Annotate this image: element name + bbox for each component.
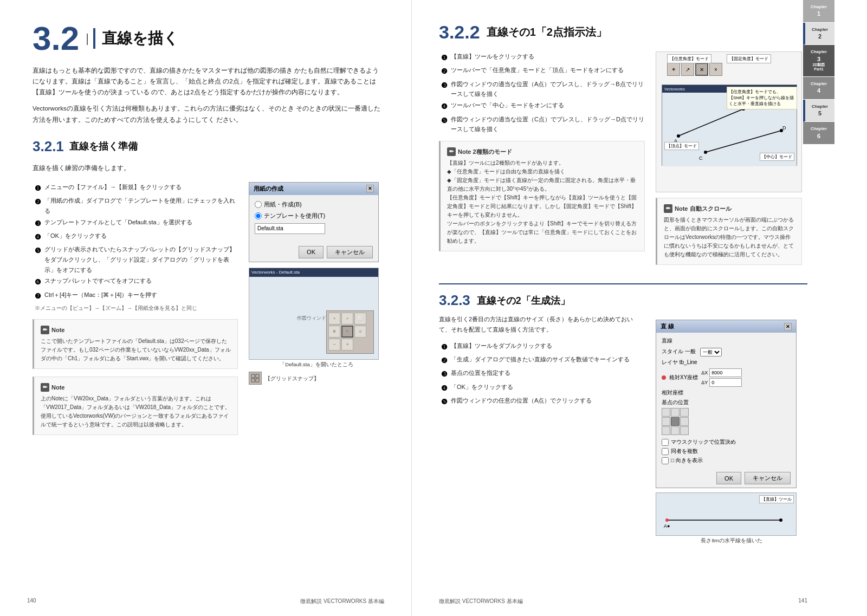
radio-label-2[interactable]: テンプレートを使用(T) [255, 212, 325, 220]
step-6: ❻ スナップパレットですべてをオフにする [35, 276, 238, 288]
chapter-tab-4[interactable]: Chapter 4 [803, 77, 834, 100]
checkbox-show-input[interactable] [662, 457, 669, 464]
radio-template[interactable] [255, 212, 262, 219]
template-filename-input[interactable] [255, 223, 325, 234]
tool-btn-2[interactable]: ↗ [341, 313, 353, 325]
bp-tr[interactable] [680, 408, 689, 417]
toolbar-diagram: ＋ ↗ ✕ × 【固定角度】モード 【任意角度】モード Vectorworks [656, 51, 802, 192]
tool-row-1: ＋ ↗ ⬜ [328, 313, 372, 325]
svg-line-4 [678, 109, 743, 136]
dy-input[interactable] [709, 378, 742, 387]
section-323-intro: 直線を引く2番目の方法は直線のサイズ（長さ）をあらかじめ決めておいて、それを配置… [439, 314, 645, 335]
checkbox-mouse: マウスクリックで位置決め [662, 438, 791, 446]
caption-1: 「Default.sta」を開いたところ [249, 361, 384, 368]
note-box-1: ✏ Note ここで開いたテンプレートファイルの「Default.sta」は03… [33, 319, 238, 369]
chapter-tab-2[interactable]: Chapter 2 [803, 23, 834, 46]
svg-rect-3 [256, 379, 259, 382]
svg-point-5 [677, 134, 680, 138]
line-dialog-footer: OK キャンセル [656, 469, 796, 488]
svg-point-15 [665, 518, 669, 522]
ok-button[interactable]: OK [299, 246, 323, 258]
chapter-tabs: Chapter 1 Chapter 2 Chapter 3 2D製図Part1 … [803, 0, 834, 145]
note-autoscroll-text: 図形を描くときマウスカーソルが画面の端にぶつかると、画面が自動的にスクロールしま… [664, 216, 795, 259]
line-cancel-button[interactable]: キャンセル [745, 472, 791, 484]
note-modes-icon: ✏ [447, 147, 456, 156]
dx-input[interactable] [709, 368, 742, 377]
step-322-2: ❷ ツールバーで「任意角度」モードと「頂点」モードをオンにする [441, 65, 645, 77]
section-322-content: ❶ 【直線】ツールをクリックする ❷ ツールバーで「任意角度」モードと「頂点」モ… [439, 51, 807, 273]
chapter-tab-1[interactable]: Chapter 1 [803, 0, 834, 23]
chapter-tab-3[interactable]: Chapter 3 2D製図Part1 [803, 45, 834, 76]
line-ok-button[interactable]: OK [716, 472, 741, 484]
step-323-2: ❷ 「生成」ダイアログで描きたい直線のサイズを数値でキーインする [441, 354, 645, 367]
section-323-header: 3.2.3 直線その2「生成法」 [439, 292, 807, 309]
line-dialog-323[interactable]: 直 線 ✕ 直線 スタイル 一般 一般 レイヤ tb_Line [656, 320, 797, 488]
result-screenshot: A● 【直線】ツール [656, 492, 797, 536]
chapter-tab-6[interactable]: Chapter 6 [803, 122, 834, 145]
steps-col: ❶ メニューの【ファイル】→【新規】をクリックする ❷ 「用紙の作成」ダイアログ… [33, 182, 238, 443]
left-page-number: 140 [27, 598, 36, 605]
bp-mc[interactable] [671, 417, 680, 426]
bp-mr[interactable] [680, 417, 689, 426]
base-point-label: 基点の位置 [662, 399, 791, 406]
bp-tc[interactable] [671, 408, 680, 417]
tool-btn-selected[interactable]: × [341, 326, 353, 338]
radio-paper[interactable] [255, 201, 262, 208]
style-select[interactable]: 一般 [700, 348, 722, 356]
tool-btn-8[interactable]: ⌖ [341, 339, 353, 351]
step-323-5: ❺ 作図ウィンドウの任意の位置（A点）でクリックする [441, 395, 645, 408]
section-321-title: 直線を描く準備 [69, 140, 138, 153]
base-grid [662, 408, 689, 435]
step-note: ※メニューの【ビュー】→【ズーム】→【用紙全体を見る】と同じ [35, 303, 238, 313]
section-32-intro-2: Vectorworksの直線を引く方法は何種類もあります。これらの方法に優劣はな… [33, 103, 384, 125]
section-321-number: 3.2.1 [33, 138, 64, 155]
tb-n1: ↗ [681, 63, 694, 76]
section-32-intro-1: 直線はもっとも基本的な図形ですので、直線の描きかたをマスターすれば他の図形の描き… [33, 65, 384, 98]
section-323-content: 直線を引く2番目の方法は直線のサイズ（長さ）をあらかじめ決めておいて、それを配置… [439, 314, 807, 544]
base-point-grid [662, 408, 791, 435]
dialog-radio-row-1: 用紙・作成(B) [255, 200, 373, 209]
section-322-number: 3.2.2 [439, 22, 480, 43]
tool-btn-6[interactable]: ◇ [354, 326, 366, 338]
line-dialog-close[interactable]: ✕ [784, 323, 792, 330]
toolbar-buttons: ＋ ↗ ✕ × [667, 63, 722, 76]
svg-rect-1 [256, 374, 259, 378]
dialog-radio-row-2: テンプレートを使用(T) [255, 212, 373, 220]
note-icon-1: ✏ [41, 326, 49, 334]
tb-plus: ＋ [667, 63, 680, 76]
line-dialog-style-row: 直線 [662, 337, 791, 345]
step-2: ❷ 「用紙の作成」ダイアログで「テンプレートを使用」にチェックを入れる [35, 196, 238, 216]
tool-btn-4[interactable]: ⊞ [328, 326, 340, 338]
screenshot-area: Vectorworks - Default.sta 作図ウィンドウ ＋ ↗ [249, 268, 384, 385]
bp-tl[interactable] [662, 408, 670, 417]
checkbox-same-input[interactable] [662, 448, 669, 455]
bp-ml[interactable] [662, 417, 670, 426]
checkbox-same: 同者を複数 [662, 448, 791, 455]
dialog-title-bar: 用紙の作成 ✕ [249, 183, 378, 195]
xy-indicator [662, 375, 666, 380]
dialog-col-323: 直 線 ✕ 直線 スタイル 一般 一般 レイヤ tb_Line [656, 314, 807, 544]
chapter-tab-5[interactable]: Chapter 5 [803, 100, 834, 122]
checkbox-mouse-input[interactable] [662, 439, 669, 446]
tool-btn-7[interactable]: — [328, 339, 340, 351]
dialog-close-button[interactable]: ✕ [366, 185, 374, 192]
radio-label-1[interactable]: 用紙・作成(B) [255, 200, 302, 209]
tool-btn-1[interactable]: ＋ [328, 313, 340, 325]
section-322-header: 3.2.2 直線その1「2点指示法」 [439, 22, 807, 43]
step-4: ❹ 「OK」をクリックする [35, 231, 238, 243]
step-list-323: ❶ 【直線】ツールをダブルクリックする ❷ 「生成」ダイアログで描きたい直線のサ… [439, 341, 645, 408]
bp-bc[interactable] [671, 426, 680, 435]
bp-bl[interactable] [662, 426, 670, 435]
grid-snap-icon [249, 372, 262, 385]
grid-snap-row: 【グリッドスナップ】 [249, 372, 384, 385]
step-7: ❼ Ctrl＋[4]キー（Mac：[⌘＋[4]）キーを押す [35, 290, 238, 302]
tb-n3: × [709, 63, 722, 76]
tool-btn-3[interactable]: ⬜ [354, 313, 366, 325]
dialog-col: 用紙の作成 ✕ 用紙・作成(B) テンプレートを使用(T) [249, 182, 384, 443]
bp-br[interactable] [680, 426, 689, 435]
xy-inputs: ΔX ΔY [701, 368, 742, 387]
paper-creation-dialog[interactable]: 用紙の作成 ✕ 用紙・作成(B) テンプレートを使用(T) [249, 182, 379, 262]
cancel-button[interactable]: キャンセル [327, 246, 373, 258]
svg-rect-2 [251, 379, 255, 382]
anno-free-angle: 【任意角度】モード [667, 54, 711, 63]
